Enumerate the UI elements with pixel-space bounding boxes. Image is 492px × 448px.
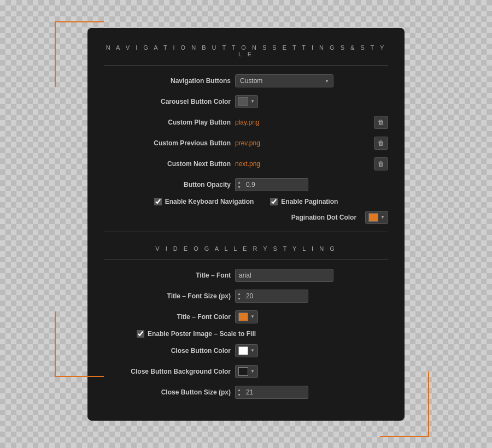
nav-buttons-row: Navigation Buttons Custom xyxy=(104,73,388,89)
close-size-down-icon[interactable]: ▼ xyxy=(236,392,243,397)
custom-prev-file-area: prev.png 🗑 xyxy=(235,137,388,150)
nav-section-title: N A V I G A T I O N B U T T O N S S E T … xyxy=(104,39,388,66)
close-size-label: Close Button Size (px) xyxy=(161,388,231,396)
title-font-label: Title – Font xyxy=(196,272,231,279)
carousel-color-btn[interactable]: ▼ xyxy=(235,95,258,108)
close-bg-color-swatch xyxy=(238,367,248,376)
custom-next-row: Custom Next Button next.png 🗑 xyxy=(104,156,388,172)
title-font-size-row: Title – Font Size (px) ▲ ▼ xyxy=(104,288,388,304)
close-size-input[interactable] xyxy=(243,386,308,399)
carousel-color-row: Carousel Button Color ▼ xyxy=(104,94,388,109)
close-bg-color-label: Close Button Background Color xyxy=(131,368,231,375)
custom-prev-label: Custom Previous Button xyxy=(154,139,231,147)
settings-panel: N A V I G A T I O N B U T T O N S S E T … xyxy=(87,28,405,421)
close-bg-color-row: Close Button Background Color ▼ xyxy=(104,364,388,379)
custom-prev-trash-btn[interactable]: 🗑 xyxy=(374,137,388,150)
opacity-up-arrow-icon[interactable]: ▲ xyxy=(236,180,243,185)
opacity-input[interactable] xyxy=(243,178,308,191)
custom-play-trash-btn[interactable]: 🗑 xyxy=(374,116,388,129)
pagdot-label: Pagination Dot Color xyxy=(291,214,356,221)
close-color-btn[interactable]: ▼ xyxy=(235,344,258,357)
font-size-down-icon[interactable]: ▼ xyxy=(236,296,243,301)
keyboard-nav-checkbox-item[interactable]: Enable Keyboard Navigation xyxy=(154,198,254,205)
poster-image-checkbox[interactable] xyxy=(137,330,144,338)
pagdot-color-swatch xyxy=(368,213,378,222)
title-font-size-label: Title – Font Size (px) xyxy=(167,292,231,300)
nav-buttons-select-wrap[interactable]: Custom xyxy=(235,74,333,87)
poster-image-label: Enable Poster Image – Scale to Fill xyxy=(148,330,256,338)
close-size-up-icon[interactable]: ▲ xyxy=(236,387,243,392)
custom-next-trash-btn[interactable]: 🗑 xyxy=(374,157,388,170)
font-size-input[interactable] xyxy=(243,290,308,303)
custom-play-row: Custom Play Button play.png 🗑 xyxy=(104,115,388,130)
custom-next-file-link[interactable]: next.png xyxy=(235,160,260,168)
close-bg-color-btn[interactable]: ▼ xyxy=(235,365,258,378)
pagdot-color-chevron-icon: ▼ xyxy=(380,215,385,220)
font-size-spinner: ▲ ▼ xyxy=(235,290,308,303)
title-font-color-swatch xyxy=(238,313,248,321)
custom-play-file-area: play.png 🗑 xyxy=(235,116,388,129)
custom-play-file-link[interactable]: play.png xyxy=(235,119,259,126)
font-size-up-icon[interactable]: ▲ xyxy=(236,291,243,296)
carousel-color-label: Carousel Button Color xyxy=(161,98,231,105)
pagdot-color-btn[interactable]: ▼ xyxy=(365,211,388,224)
opacity-row: Button Opacity ▲ ▼ xyxy=(104,177,388,192)
close-size-arrows[interactable]: ▲ ▼ xyxy=(235,386,243,399)
title-font-row: Title – Font xyxy=(104,268,388,283)
carousel-color-swatch xyxy=(238,97,248,106)
keyboard-nav-checkbox[interactable] xyxy=(154,198,162,205)
opacity-spinner: ▲ ▼ xyxy=(235,178,308,191)
pagination-checkbox-item[interactable]: Enable Pagination xyxy=(270,198,338,205)
close-size-row: Close Button Size (px) ▲ ▼ xyxy=(104,385,388,400)
custom-prev-file-link[interactable]: prev.png xyxy=(235,139,260,147)
poster-image-checkbox-item[interactable]: Enable Poster Image – Scale to Fill xyxy=(137,330,256,338)
title-font-color-btn[interactable]: ▼ xyxy=(235,310,258,323)
checkbox-row: Enable Keyboard Navigation Enable Pagina… xyxy=(104,198,388,205)
nav-buttons-label: Navigation Buttons xyxy=(171,77,231,85)
video-section-title: V I D E O G A L L E R Y S T Y L I N G xyxy=(104,240,388,260)
title-font-color-row: Title – Font Color ▼ xyxy=(104,309,388,325)
custom-play-label: Custom Play Button xyxy=(168,119,231,126)
opacity-arrows[interactable]: ▲ ▼ xyxy=(235,178,243,191)
opacity-label: Button Opacity xyxy=(184,181,231,188)
carousel-color-chevron-icon: ▼ xyxy=(250,99,255,104)
title-font-color-label: Title – Font Color xyxy=(177,313,231,321)
font-size-arrows[interactable]: ▲ ▼ xyxy=(235,290,243,303)
close-size-spinner: ▲ ▼ xyxy=(235,386,308,399)
poster-image-row: Enable Poster Image – Scale to Fill xyxy=(104,330,388,338)
custom-prev-row: Custom Previous Button prev.png 🗑 xyxy=(104,135,388,151)
section-divider xyxy=(104,232,388,232)
custom-next-label: Custom Next Button xyxy=(167,160,231,168)
title-font-color-chevron-icon: ▼ xyxy=(250,314,255,319)
pagdot-row: Pagination Dot Color ▼ xyxy=(104,211,388,224)
title-font-input[interactable] xyxy=(235,269,333,282)
close-color-row: Close Button Color ▼ xyxy=(104,343,388,358)
close-color-swatch xyxy=(238,346,248,355)
pagination-label: Enable Pagination xyxy=(281,198,338,205)
close-color-label: Close Button Color xyxy=(171,347,231,355)
opacity-down-arrow-icon[interactable]: ▼ xyxy=(236,185,243,190)
close-color-chevron-icon: ▼ xyxy=(250,348,255,353)
nav-buttons-select[interactable]: Custom xyxy=(235,74,333,87)
pagination-checkbox[interactable] xyxy=(270,198,278,205)
keyboard-nav-label: Enable Keyboard Navigation xyxy=(165,198,254,205)
close-bg-color-chevron-icon: ▼ xyxy=(250,369,255,374)
custom-next-file-area: next.png 🗑 xyxy=(235,157,388,170)
